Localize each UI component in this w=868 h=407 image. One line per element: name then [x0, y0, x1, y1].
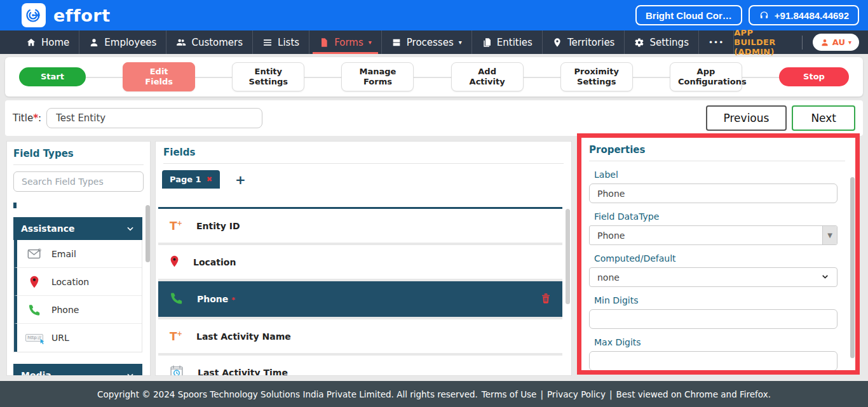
- field-row-entity-id[interactable]: T+ Entity ID: [158, 209, 562, 245]
- nav-entities[interactable]: Entities: [471, 30, 542, 54]
- step-app-configurations[interactable]: App Configurations: [670, 62, 742, 92]
- main-nav: Home Employees Customers Lists Forms ▾ P…: [0, 30, 868, 54]
- field-row-last-activity-time[interactable]: Last Activity Time: [158, 356, 562, 375]
- step-add-activity[interactable]: Add Activity: [451, 62, 524, 92]
- step-label-line1: Entity: [240, 67, 296, 77]
- caret-down-icon: ▾: [459, 39, 462, 46]
- field-datatype-select: Phone ▼: [589, 225, 837, 245]
- step-label-line2: Activity: [459, 77, 515, 87]
- field-type-email[interactable]: Email: [14, 240, 142, 268]
- nav-right: APP BUILDER (ADMIN) AU ▾: [734, 30, 868, 54]
- properties-scrollbar[interactable]: [850, 177, 855, 358]
- nav-customers[interactable]: Customers: [166, 30, 252, 54]
- title-bar: Title*: Previous Next: [5, 100, 863, 136]
- company-button[interactable]: Bright Cloud Cor…: [635, 5, 742, 25]
- fields-scrollbar[interactable]: [566, 209, 570, 304]
- field-row-phone-selected[interactable]: Phone *: [158, 281, 562, 319]
- step-edit-fields[interactable]: Edit Fields: [123, 62, 195, 92]
- field-row-location[interactable]: Location: [158, 245, 562, 281]
- nav-settings[interactable]: Settings: [624, 30, 698, 54]
- nav-separator: [802, 36, 803, 50]
- employee-icon: [89, 37, 99, 48]
- field-types-panel: Field Types Assistance Email Location: [6, 141, 151, 376]
- location-pin-icon: [170, 255, 179, 270]
- field-row-label: Phone *: [197, 294, 235, 304]
- field-row-label: Last Activity Time: [198, 368, 288, 376]
- field-type-label: Phone: [51, 305, 79, 315]
- properties-highlight-border: Properties Label Field DataType Phone ▼ …: [577, 133, 860, 375]
- terms-link[interactable]: Terms of Use: [482, 389, 537, 399]
- nav-label: Forms: [334, 37, 363, 48]
- nav-more[interactable]: •••: [698, 30, 734, 54]
- field-type-location[interactable]: Location: [14, 268, 142, 296]
- footer-separator: |: [609, 389, 613, 399]
- section-media[interactable]: Media: [13, 364, 142, 375]
- headset-icon: [759, 10, 770, 21]
- computed-default-select[interactable]: none: [589, 267, 837, 287]
- divider: [13, 164, 144, 165]
- close-page-icon[interactable]: ✖: [207, 175, 212, 183]
- best-viewed-text: Best viewed on Chrome and Firefox.: [616, 389, 771, 399]
- nav-territories[interactable]: Territories: [542, 30, 625, 54]
- step-start[interactable]: Start: [19, 67, 86, 86]
- privacy-link[interactable]: Privacy Policy: [547, 389, 606, 399]
- nav-label: Customers: [191, 37, 243, 48]
- label-input[interactable]: [589, 183, 837, 203]
- fields-panel: Fields Page 1 ✖ + T+ Entity ID Location …: [155, 141, 572, 376]
- step-stop[interactable]: Stop: [779, 67, 849, 86]
- step-proximity-settings[interactable]: Proximity Settings: [560, 62, 633, 92]
- step-label-line2: Configurations: [678, 77, 734, 87]
- search-field-types-input[interactable]: [13, 171, 144, 192]
- field-type-url[interactable]: http:// URL: [14, 324, 142, 352]
- list-icon: [262, 37, 273, 48]
- section-assistance[interactable]: Assistance: [13, 217, 142, 240]
- field-type-phone[interactable]: Phone: [14, 296, 142, 324]
- step-label-line1: Manage: [349, 67, 405, 77]
- processes-icon: [391, 37, 402, 48]
- max-digits-input[interactable]: [589, 351, 837, 370]
- section-label: Assistance: [21, 224, 75, 234]
- user-menu-button[interactable]: AU ▾: [813, 34, 859, 51]
- nav-processes[interactable]: Processes ▾: [381, 30, 471, 54]
- customers-icon: [176, 37, 186, 48]
- scrolled-item-edge: [13, 203, 17, 208]
- field-types-scrollbar[interactable]: [146, 205, 150, 262]
- assistance-items: Email Location Phone http:// URL: [13, 240, 142, 352]
- nav-employees[interactable]: Employees: [79, 30, 166, 54]
- field-row-last-activity-name[interactable]: T+ Last Activity Name: [158, 319, 562, 356]
- chevron-down-icon: [126, 224, 135, 233]
- step-manage-forms[interactable]: Manage Forms: [341, 62, 414, 92]
- title-input[interactable]: [46, 108, 262, 128]
- effort-logo-icon[interactable]: [22, 3, 46, 27]
- min-digits-input[interactable]: [589, 309, 837, 329]
- user-icon: [820, 38, 829, 47]
- active-tab-underline: [313, 52, 378, 54]
- step-label-line2: Fields: [131, 77, 187, 87]
- nav-home[interactable]: Home: [17, 30, 79, 54]
- footer: Copyright © 2024 Spoors Technology Solut…: [0, 381, 868, 407]
- app-header: effort Bright Cloud Cor… +91.84484.44692: [0, 0, 868, 30]
- location-pin-icon: [26, 275, 43, 289]
- previous-button[interactable]: Previous: [706, 105, 787, 131]
- target-arrow-icon: [25, 6, 43, 24]
- step-label-line2: Settings: [240, 77, 296, 87]
- nav-label: Employees: [104, 37, 156, 48]
- next-button[interactable]: Next: [792, 105, 855, 131]
- nav-label: Processes: [407, 37, 454, 48]
- text-field-icon: T+: [170, 331, 182, 342]
- add-page-button[interactable]: +: [235, 173, 246, 186]
- support-phone-button[interactable]: +91.84484.44692: [749, 5, 859, 25]
- step-entity-settings[interactable]: Entity Settings: [232, 62, 304, 92]
- field-row-label: Location: [193, 257, 236, 267]
- properties-title: Properties: [589, 144, 845, 156]
- home-icon: [26, 37, 36, 48]
- nav-forms[interactable]: Forms ▾: [309, 30, 381, 54]
- max-digits-label: Max Digits: [594, 337, 845, 347]
- company-button-label: Bright Cloud Cor…: [646, 10, 732, 21]
- nav-lists[interactable]: Lists: [252, 30, 309, 54]
- delete-field-icon[interactable]: [541, 293, 551, 306]
- entities-icon: [482, 37, 492, 48]
- user-initials: AU: [832, 37, 845, 47]
- logo-wordmark: effort: [53, 6, 111, 25]
- tab-page-1[interactable]: Page 1 ✖: [162, 170, 220, 189]
